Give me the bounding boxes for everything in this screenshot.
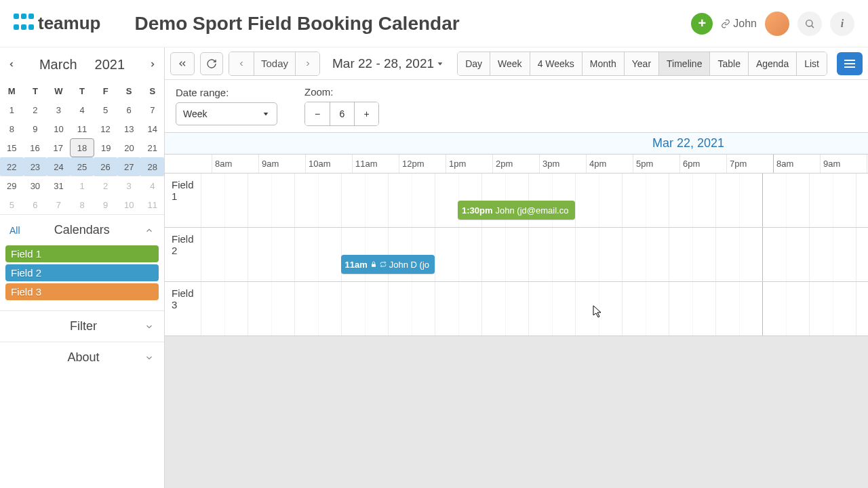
avatar[interactable]	[765, 12, 789, 36]
mini-day[interactable]: 11	[71, 119, 94, 138]
calendar-item[interactable]: Field 1	[5, 245, 159, 262]
add-button[interactable]: +	[691, 13, 713, 35]
timeline-cell[interactable]	[856, 228, 868, 281]
view-4-weeks[interactable]: 4 Weeks	[530, 52, 582, 75]
calendars-header[interactable]: Calendars	[20, 223, 144, 237]
zoom-in-button[interactable]: +	[354, 102, 378, 125]
timeline-cell[interactable]	[669, 174, 715, 227]
mini-day[interactable]: 1	[0, 100, 24, 119]
mini-day[interactable]: 7	[47, 195, 71, 214]
timeline-cell[interactable]	[575, 174, 622, 227]
mini-day[interactable]: 17	[47, 138, 70, 157]
mini-day[interactable]: 5	[94, 100, 117, 119]
view-agenda[interactable]: Agenda	[748, 52, 796, 75]
today-button[interactable]: Today	[254, 52, 295, 75]
mini-day[interactable]: 30	[24, 176, 47, 195]
mini-day[interactable]: 8	[71, 195, 94, 214]
mini-day[interactable]: 10	[117, 195, 141, 214]
view-week[interactable]: Week	[490, 52, 530, 75]
calendar-item[interactable]: Field 3	[5, 283, 159, 300]
menu-button[interactable]	[837, 52, 863, 75]
mini-day[interactable]: 6	[117, 100, 141, 119]
date-range-select[interactable]: Week	[176, 102, 277, 125]
refresh-button[interactable]	[200, 52, 223, 75]
timeline-cell[interactable]	[715, 174, 762, 227]
calendars-all[interactable]: All	[9, 225, 20, 236]
mini-day[interactable]: 2	[94, 176, 117, 195]
mini-day[interactable]: 22	[0, 157, 24, 176]
timeline-cell[interactable]	[856, 282, 868, 336]
timeline-cell[interactable]	[435, 228, 481, 281]
mini-day[interactable]: 21	[141, 138, 164, 157]
mini-day[interactable]: 12	[94, 119, 117, 138]
timeline-cell[interactable]	[762, 228, 809, 281]
timeline-cell[interactable]	[481, 228, 528, 281]
view-table[interactable]: Table	[709, 52, 747, 75]
user-link[interactable]: John	[721, 18, 757, 30]
view-month[interactable]: Month	[582, 52, 624, 75]
mini-day[interactable]: 27	[117, 157, 141, 176]
timeline-cell[interactable]	[715, 282, 762, 336]
timeline-cell[interactable]	[388, 282, 435, 336]
logo[interactable]: teamup	[14, 13, 100, 34]
mini-day[interactable]: 4	[140, 176, 164, 195]
mini-day[interactable]: 1	[71, 176, 94, 195]
timeline-cell[interactable]	[201, 174, 248, 227]
timeline-cell[interactable]	[669, 282, 715, 336]
timeline-cell[interactable]	[528, 282, 575, 336]
search-button[interactable]	[797, 12, 822, 36]
timeline-cell[interactable]	[669, 228, 715, 281]
mini-day[interactable]: 8	[0, 119, 24, 138]
calendar-item[interactable]: Field 2	[5, 264, 159, 281]
mini-day[interactable]: 31	[47, 176, 71, 195]
fast-back-button[interactable]	[170, 52, 195, 75]
view-timeline[interactable]: Timeline	[658, 52, 709, 75]
mini-day[interactable]: 9	[24, 119, 47, 138]
timeline-cell[interactable]	[809, 228, 856, 281]
mini-day[interactable]: 4	[71, 100, 94, 119]
timeline-cell[interactable]	[622, 174, 669, 227]
mini-day[interactable]: 14	[140, 119, 164, 138]
mini-day[interactable]: 23	[24, 157, 47, 176]
timeline-cell[interactable]	[575, 228, 622, 281]
mini-day[interactable]: 19	[94, 138, 117, 157]
about-header[interactable]: About	[0, 342, 164, 373]
timeline-cell[interactable]	[294, 228, 341, 281]
timeline-cell[interactable]	[201, 228, 248, 281]
timeline-cell[interactable]	[294, 174, 341, 227]
mini-day[interactable]: 20	[117, 138, 140, 157]
timeline-cell[interactable]	[622, 282, 669, 336]
mini-prev[interactable]	[4, 53, 19, 76]
mini-day[interactable]: 25	[71, 157, 94, 176]
timeline-cell[interactable]	[435, 282, 481, 336]
mini-day[interactable]: 26	[94, 157, 117, 176]
date-range-picker[interactable]: Mar 22 - 28, 2021	[332, 56, 443, 71]
mini-day[interactable]: 29	[0, 176, 24, 195]
timeline-cell[interactable]	[294, 282, 341, 336]
mini-day[interactable]: 18	[70, 138, 94, 157]
timeline-cell[interactable]	[248, 282, 294, 336]
mini-day[interactable]: 28	[140, 157, 164, 176]
mini-next[interactable]	[145, 53, 160, 76]
mini-day[interactable]: 11	[140, 195, 164, 214]
mini-day[interactable]: 16	[23, 138, 46, 157]
timeline-cell[interactable]	[528, 228, 575, 281]
mini-month[interactable]: March	[39, 57, 77, 73]
mini-day[interactable]: 15	[0, 138, 23, 157]
zoom-out-button[interactable]: −	[305, 102, 330, 125]
mini-day[interactable]: 7	[140, 100, 164, 119]
mini-day[interactable]: 3	[47, 100, 71, 119]
mini-day[interactable]: 2	[24, 100, 47, 119]
timeline-cell[interactable]	[762, 174, 809, 227]
timeline-cell[interactable]	[715, 228, 762, 281]
mini-day[interactable]: 13	[117, 119, 141, 138]
info-button[interactable]: i	[830, 12, 854, 36]
mini-day[interactable]: 10	[47, 119, 71, 138]
timeline-cell[interactable]	[481, 282, 528, 336]
timeline-cell[interactable]	[809, 282, 856, 336]
timeline-cell[interactable]	[201, 282, 248, 336]
timeline-cell[interactable]	[248, 228, 294, 281]
timeline-cell[interactable]	[856, 174, 868, 227]
timeline-cell[interactable]	[341, 282, 388, 336]
timeline-cell[interactable]	[622, 228, 669, 281]
